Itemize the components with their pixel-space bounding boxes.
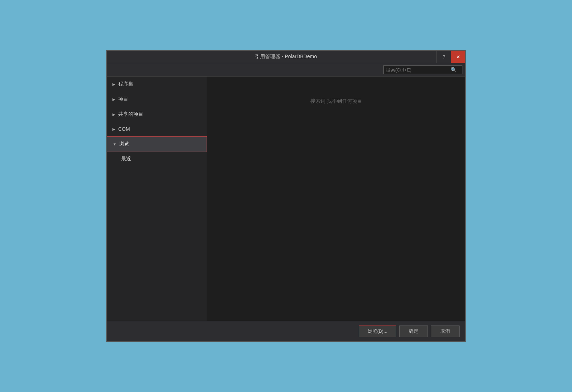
browse-button[interactable]: 浏览(B)... [359, 326, 396, 337]
sidebar-label-projects: 项目 [118, 96, 128, 102]
footer: 浏览(B)... 确定 取消 [107, 321, 465, 341]
sidebar-label-browse: 浏览 [119, 141, 129, 147]
title-bar-controls: ? ✕ [437, 51, 465, 63]
sidebar-item-shared[interactable]: ▶ 共享的项目 [107, 107, 207, 122]
search-box: 🔍 [383, 65, 462, 74]
reference-manager-window: 引用管理器 - PolarDBDemo ? ✕ 🔍 ▶ 程序集 ▶ 项目 ▶ 共… [106, 50, 466, 342]
title-bar: 引用管理器 - PolarDBDemo ? ✕ [107, 51, 465, 63]
sidebar-label-assemblies: 程序集 [118, 81, 133, 87]
cancel-button[interactable]: 取消 [431, 326, 460, 337]
toolbar: 🔍 [107, 63, 465, 77]
sidebar-item-assemblies[interactable]: ▶ 程序集 [107, 77, 207, 92]
ok-button[interactable]: 确定 [399, 326, 428, 337]
window-title: 引用管理器 - PolarDBDemo [255, 54, 317, 60]
arrow-icon-com: ▶ [112, 127, 115, 131]
sidebar-item-browse[interactable]: ▼ 浏览 [107, 136, 207, 152]
search-input[interactable] [386, 67, 451, 73]
help-button[interactable]: ? [437, 51, 451, 63]
content-area: 搜索词 找不到任何项目 [207, 77, 465, 321]
empty-message: 搜索词 找不到任何项目 [310, 98, 362, 105]
sidebar-label-shared: 共享的项目 [118, 111, 143, 117]
sidebar-sub-item-recent[interactable]: 最近 [107, 152, 207, 166]
arrow-icon-shared: ▶ [112, 112, 115, 116]
sidebar: ▶ 程序集 ▶ 项目 ▶ 共享的项目 ▶ COM ▼ 浏览 最近 [107, 77, 207, 321]
sidebar-sub-label-recent: 最近 [121, 156, 131, 162]
arrow-icon-assemblies: ▶ [112, 82, 115, 86]
search-icon[interactable]: 🔍 [451, 67, 457, 73]
close-button[interactable]: ✕ [451, 51, 465, 63]
arrow-icon-projects: ▶ [112, 97, 115, 101]
sidebar-item-com[interactable]: ▶ COM [107, 122, 207, 136]
main-content: ▶ 程序集 ▶ 项目 ▶ 共享的项目 ▶ COM ▼ 浏览 最近 [107, 77, 465, 321]
sidebar-label-com: COM [118, 126, 130, 132]
sidebar-item-projects[interactable]: ▶ 项目 [107, 92, 207, 107]
arrow-icon-browse: ▼ [113, 142, 116, 146]
